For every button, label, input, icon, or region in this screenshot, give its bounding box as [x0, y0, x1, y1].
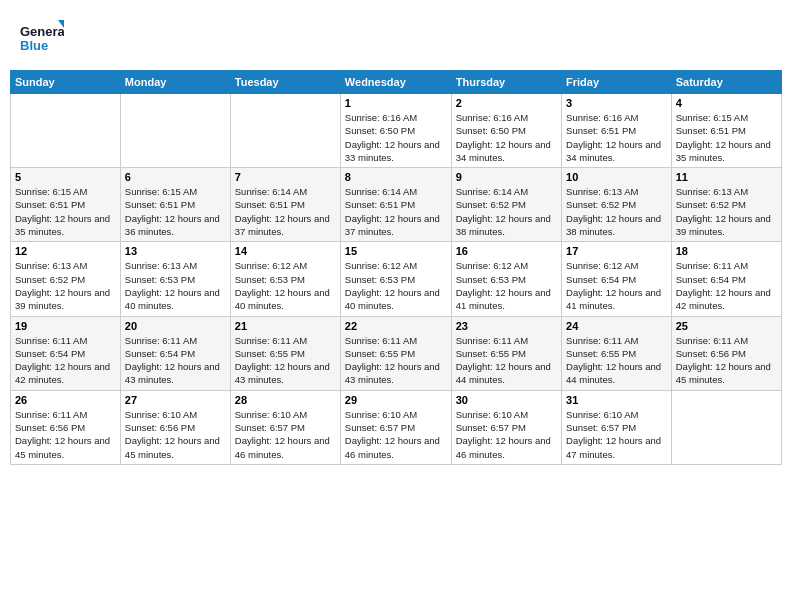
- calendar-cell: 26Sunrise: 6:11 AMSunset: 6:56 PMDayligh…: [11, 390, 121, 464]
- day-number: 2: [456, 97, 557, 109]
- day-info: Sunrise: 6:12 AMSunset: 6:53 PMDaylight:…: [235, 259, 336, 312]
- day-number: 6: [125, 171, 226, 183]
- day-number: 21: [235, 320, 336, 332]
- day-info: Sunrise: 6:14 AMSunset: 6:52 PMDaylight:…: [456, 185, 557, 238]
- day-number: 7: [235, 171, 336, 183]
- day-number: 4: [676, 97, 777, 109]
- day-number: 9: [456, 171, 557, 183]
- calendar-cell: 23Sunrise: 6:11 AMSunset: 6:55 PMDayligh…: [451, 316, 561, 390]
- day-of-week-header: Monday: [120, 71, 230, 94]
- day-info: Sunrise: 6:11 AMSunset: 6:55 PMDaylight:…: [235, 334, 336, 387]
- day-number: 8: [345, 171, 447, 183]
- calendar-cell: [671, 390, 781, 464]
- calendar-cell: 31Sunrise: 6:10 AMSunset: 6:57 PMDayligh…: [562, 390, 672, 464]
- day-info: Sunrise: 6:11 AMSunset: 6:54 PMDaylight:…: [676, 259, 777, 312]
- calendar-cell: [230, 94, 340, 168]
- calendar-cell: 2Sunrise: 6:16 AMSunset: 6:50 PMDaylight…: [451, 94, 561, 168]
- calendar-cell: 1Sunrise: 6:16 AMSunset: 6:50 PMDaylight…: [340, 94, 451, 168]
- calendar-cell: 11Sunrise: 6:13 AMSunset: 6:52 PMDayligh…: [671, 168, 781, 242]
- day-of-week-header: Friday: [562, 71, 672, 94]
- calendar-cell: 7Sunrise: 6:14 AMSunset: 6:51 PMDaylight…: [230, 168, 340, 242]
- svg-text:General: General: [20, 24, 64, 39]
- calendar-week-row: 5Sunrise: 6:15 AMSunset: 6:51 PMDaylight…: [11, 168, 782, 242]
- calendar-week-row: 19Sunrise: 6:11 AMSunset: 6:54 PMDayligh…: [11, 316, 782, 390]
- day-number: 15: [345, 245, 447, 257]
- day-number: 31: [566, 394, 667, 406]
- calendar-cell: 28Sunrise: 6:10 AMSunset: 6:57 PMDayligh…: [230, 390, 340, 464]
- day-number: 28: [235, 394, 336, 406]
- day-info: Sunrise: 6:11 AMSunset: 6:55 PMDaylight:…: [566, 334, 667, 387]
- day-info: Sunrise: 6:12 AMSunset: 6:53 PMDaylight:…: [345, 259, 447, 312]
- day-info: Sunrise: 6:12 AMSunset: 6:53 PMDaylight:…: [456, 259, 557, 312]
- calendar-cell: 30Sunrise: 6:10 AMSunset: 6:57 PMDayligh…: [451, 390, 561, 464]
- calendar-cell: 13Sunrise: 6:13 AMSunset: 6:53 PMDayligh…: [120, 242, 230, 316]
- calendar-cell: 6Sunrise: 6:15 AMSunset: 6:51 PMDaylight…: [120, 168, 230, 242]
- day-info: Sunrise: 6:13 AMSunset: 6:52 PMDaylight:…: [15, 259, 116, 312]
- day-info: Sunrise: 6:14 AMSunset: 6:51 PMDaylight:…: [345, 185, 447, 238]
- logo-svg: General Blue: [20, 18, 64, 62]
- logo: General Blue: [20, 18, 64, 62]
- calendar-cell: 19Sunrise: 6:11 AMSunset: 6:54 PMDayligh…: [11, 316, 121, 390]
- day-number: 14: [235, 245, 336, 257]
- day-info: Sunrise: 6:11 AMSunset: 6:54 PMDaylight:…: [125, 334, 226, 387]
- calendar-cell: [11, 94, 121, 168]
- calendar-cell: 21Sunrise: 6:11 AMSunset: 6:55 PMDayligh…: [230, 316, 340, 390]
- day-of-week-header: Saturday: [671, 71, 781, 94]
- calendar-cell: 12Sunrise: 6:13 AMSunset: 6:52 PMDayligh…: [11, 242, 121, 316]
- calendar-cell: 15Sunrise: 6:12 AMSunset: 6:53 PMDayligh…: [340, 242, 451, 316]
- calendar-header-row: SundayMondayTuesdayWednesdayThursdayFrid…: [11, 71, 782, 94]
- calendar-cell: 24Sunrise: 6:11 AMSunset: 6:55 PMDayligh…: [562, 316, 672, 390]
- day-number: 12: [15, 245, 116, 257]
- calendar-table: SundayMondayTuesdayWednesdayThursdayFrid…: [10, 70, 782, 465]
- day-number: 17: [566, 245, 667, 257]
- day-info: Sunrise: 6:14 AMSunset: 6:51 PMDaylight:…: [235, 185, 336, 238]
- day-number: 3: [566, 97, 667, 109]
- day-info: Sunrise: 6:11 AMSunset: 6:56 PMDaylight:…: [15, 408, 116, 461]
- day-info: Sunrise: 6:11 AMSunset: 6:56 PMDaylight:…: [676, 334, 777, 387]
- day-number: 29: [345, 394, 447, 406]
- day-info: Sunrise: 6:10 AMSunset: 6:57 PMDaylight:…: [345, 408, 447, 461]
- day-number: 5: [15, 171, 116, 183]
- calendar-cell: 16Sunrise: 6:12 AMSunset: 6:53 PMDayligh…: [451, 242, 561, 316]
- calendar-cell: 4Sunrise: 6:15 AMSunset: 6:51 PMDaylight…: [671, 94, 781, 168]
- day-info: Sunrise: 6:12 AMSunset: 6:54 PMDaylight:…: [566, 259, 667, 312]
- day-info: Sunrise: 6:11 AMSunset: 6:55 PMDaylight:…: [345, 334, 447, 387]
- day-number: 26: [15, 394, 116, 406]
- day-number: 20: [125, 320, 226, 332]
- day-info: Sunrise: 6:15 AMSunset: 6:51 PMDaylight:…: [676, 111, 777, 164]
- calendar-cell: 17Sunrise: 6:12 AMSunset: 6:54 PMDayligh…: [562, 242, 672, 316]
- day-number: 13: [125, 245, 226, 257]
- day-number: 18: [676, 245, 777, 257]
- calendar-cell: 29Sunrise: 6:10 AMSunset: 6:57 PMDayligh…: [340, 390, 451, 464]
- calendar-cell: 14Sunrise: 6:12 AMSunset: 6:53 PMDayligh…: [230, 242, 340, 316]
- day-number: 30: [456, 394, 557, 406]
- day-number: 23: [456, 320, 557, 332]
- day-of-week-header: Sunday: [11, 71, 121, 94]
- day-info: Sunrise: 6:10 AMSunset: 6:56 PMDaylight:…: [125, 408, 226, 461]
- calendar-cell: 27Sunrise: 6:10 AMSunset: 6:56 PMDayligh…: [120, 390, 230, 464]
- day-of-week-header: Tuesday: [230, 71, 340, 94]
- day-number: 27: [125, 394, 226, 406]
- calendar-cell: [120, 94, 230, 168]
- calendar-week-row: 1Sunrise: 6:16 AMSunset: 6:50 PMDaylight…: [11, 94, 782, 168]
- day-info: Sunrise: 6:13 AMSunset: 6:53 PMDaylight:…: [125, 259, 226, 312]
- day-info: Sunrise: 6:10 AMSunset: 6:57 PMDaylight:…: [566, 408, 667, 461]
- day-number: 19: [15, 320, 116, 332]
- day-number: 1: [345, 97, 447, 109]
- day-info: Sunrise: 6:11 AMSunset: 6:54 PMDaylight:…: [15, 334, 116, 387]
- day-info: Sunrise: 6:11 AMSunset: 6:55 PMDaylight:…: [456, 334, 557, 387]
- svg-text:Blue: Blue: [20, 38, 48, 53]
- calendar-cell: 18Sunrise: 6:11 AMSunset: 6:54 PMDayligh…: [671, 242, 781, 316]
- day-info: Sunrise: 6:10 AMSunset: 6:57 PMDaylight:…: [235, 408, 336, 461]
- day-info: Sunrise: 6:16 AMSunset: 6:51 PMDaylight:…: [566, 111, 667, 164]
- day-info: Sunrise: 6:15 AMSunset: 6:51 PMDaylight:…: [15, 185, 116, 238]
- page-header: General Blue: [10, 10, 782, 66]
- day-number: 25: [676, 320, 777, 332]
- calendar-week-row: 26Sunrise: 6:11 AMSunset: 6:56 PMDayligh…: [11, 390, 782, 464]
- calendar-cell: 9Sunrise: 6:14 AMSunset: 6:52 PMDaylight…: [451, 168, 561, 242]
- day-of-week-header: Thursday: [451, 71, 561, 94]
- calendar-week-row: 12Sunrise: 6:13 AMSunset: 6:52 PMDayligh…: [11, 242, 782, 316]
- day-info: Sunrise: 6:16 AMSunset: 6:50 PMDaylight:…: [456, 111, 557, 164]
- day-number: 11: [676, 171, 777, 183]
- day-info: Sunrise: 6:13 AMSunset: 6:52 PMDaylight:…: [566, 185, 667, 238]
